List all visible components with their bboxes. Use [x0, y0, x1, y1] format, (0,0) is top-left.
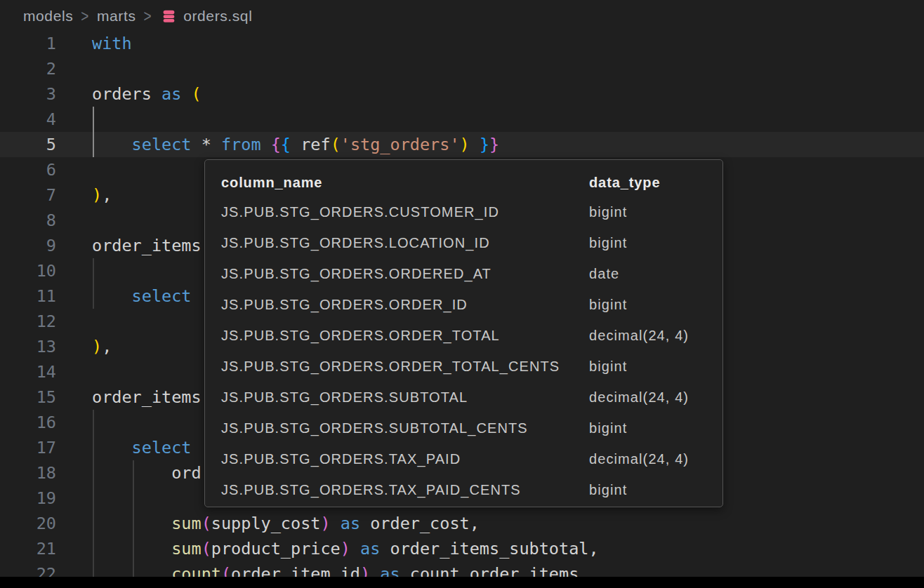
- line-number[interactable]: 12: [0, 309, 56, 334]
- column-name-cell: JS.PUB.STG_ORDERS.ORDER_ID: [221, 297, 589, 313]
- code-text[interactable]: order_items: [92, 385, 202, 410]
- code-token: [211, 135, 221, 154]
- line-number[interactable]: 9: [0, 233, 56, 258]
- data-type-cell: bigint: [589, 204, 722, 220]
- code-token: [92, 514, 171, 533]
- code-token: orders: [92, 84, 152, 104]
- line-number[interactable]: 1: [0, 31, 56, 56]
- code-line[interactable]: 2: [0, 56, 924, 81]
- breadcrumb-item-models[interactable]: models: [23, 8, 73, 25]
- code-token: [92, 286, 132, 306]
- code-text[interactable]: select * from {{ ref('stg_orders') }}: [92, 132, 499, 157]
- data-type-cell: date: [589, 266, 722, 282]
- code-token: (: [331, 135, 341, 154]
- code-token: ): [92, 185, 102, 205]
- line-number[interactable]: 17: [0, 435, 56, 460]
- line-number[interactable]: 21: [0, 536, 56, 561]
- code-text[interactable]: ord: [92, 460, 202, 486]
- code-token: ): [92, 337, 102, 356]
- line-number[interactable]: 8: [0, 208, 56, 233]
- column-name-cell: JS.PUB.STG_ORDERS.SUBTOTAL_CENTS: [221, 420, 589, 436]
- code-line[interactable]: 3orders as (: [0, 81, 924, 107]
- code-line[interactable]: 21 sum(product_price) as order_items_sub…: [0, 536, 924, 561]
- table-row: JS.PUB.STG_ORDERS.ORDER_TOTAL_CENTSbigin…: [221, 351, 722, 382]
- indent-guide: [93, 486, 94, 511]
- code-token: [470, 135, 480, 154]
- code-text[interactable]: ),: [92, 334, 112, 359]
- code-text[interactable]: select: [92, 283, 191, 309]
- code-token: ): [320, 514, 330, 533]
- line-number[interactable]: 10: [0, 258, 56, 283]
- line-number[interactable]: 14: [0, 359, 56, 385]
- database-icon: [161, 8, 176, 24]
- code-token: sum: [171, 539, 201, 559]
- code-text[interactable]: with: [92, 31, 132, 56]
- column-name-cell: JS.PUB.STG_ORDERS.TAX_PAID_CENTS: [221, 482, 589, 498]
- code-token: [92, 135, 132, 154]
- tooltip-header-row: column_name data_type: [221, 168, 722, 196]
- line-number[interactable]: 7: [0, 182, 56, 208]
- breadcrumb: models>marts>orders.sql: [0, 0, 924, 32]
- line-number[interactable]: 15: [0, 385, 56, 410]
- data-type-cell: decimal(24, 4): [589, 389, 722, 406]
- code-token: from: [221, 135, 261, 154]
- line-number[interactable]: 2: [0, 56, 56, 81]
- code-text[interactable]: sum(product_price) as order_items_subtot…: [92, 536, 599, 561]
- code-token: ): [341, 539, 350, 559]
- code-token: }: [489, 135, 499, 154]
- code-line[interactable]: 1with: [0, 31, 924, 56]
- data-type-cell: bigint: [589, 359, 722, 375]
- line-number[interactable]: 13: [0, 334, 56, 359]
- line-number[interactable]: 16: [0, 410, 56, 435]
- code-token: ord: [171, 463, 201, 483]
- code-token: order_items: [92, 236, 202, 255]
- code-text[interactable]: sum(supply_cost) as order_cost,: [92, 511, 480, 536]
- line-number[interactable]: 18: [0, 460, 56, 486]
- column-info-tooltip: column_name data_type JS.PUB.STG_ORDERS.…: [204, 159, 723, 507]
- code-text[interactable]: select: [92, 435, 191, 460]
- breadcrumb-item-marts[interactable]: marts: [97, 8, 136, 25]
- code-token: {: [271, 135, 281, 154]
- table-row: JS.PUB.STG_ORDERS.SUBTOTAL_CENTSbigint: [221, 413, 722, 443]
- editor-window: models>marts>orders.sql 1with23orders as…: [0, 0, 924, 588]
- column-name-cell: JS.PUB.STG_ORDERS.ORDERED_AT: [221, 266, 589, 282]
- line-number[interactable]: 6: [0, 157, 56, 182]
- code-token: select: [132, 135, 192, 154]
- data-type-cell: bigint: [589, 235, 722, 251]
- code-line[interactable]: 20 sum(supply_cost) as order_cost,: [0, 511, 924, 536]
- table-row: JS.PUB.STG_ORDERS.ORDERED_ATdate: [221, 258, 722, 289]
- code-token: (: [202, 539, 211, 559]
- line-number[interactable]: 19: [0, 486, 56, 511]
- code-text[interactable]: ),: [92, 182, 112, 208]
- table-row: JS.PUB.STG_ORDERS.LOCATION_IDbigint: [221, 227, 722, 258]
- indent-guide: [133, 486, 134, 511]
- code-token: ref: [301, 135, 330, 154]
- code-text[interactable]: orders as (: [92, 81, 202, 107]
- code-token: [380, 539, 390, 559]
- line-number[interactable]: 4: [0, 107, 56, 132]
- line-number[interactable]: 11: [0, 283, 56, 309]
- code-token: [261, 135, 271, 154]
- code-token: order_items_subtotal,: [390, 539, 599, 559]
- code-token: [152, 84, 161, 104]
- code-token: }: [480, 135, 489, 154]
- code-token: [92, 438, 132, 457]
- line-number[interactable]: 3: [0, 81, 56, 107]
- tooltip-body: JS.PUB.STG_ORDERS.CUSTOMER_IDbigintJS.PU…: [221, 196, 722, 505]
- data-type-cell: decimal(24, 4): [589, 328, 722, 344]
- code-line[interactable]: 5 select * from {{ ref('stg_orders') }}: [0, 132, 924, 157]
- data-type-cell: bigint: [589, 482, 722, 498]
- code-token: {: [281, 135, 291, 154]
- table-row: JS.PUB.STG_ORDERS.ORDER_TOTALdecimal(24,…: [221, 320, 722, 351]
- code-token: [331, 514, 341, 533]
- column-name-cell: JS.PUB.STG_ORDERS.ORDER_TOTAL: [221, 328, 589, 344]
- code-text[interactable]: order_items: [92, 233, 202, 258]
- line-number[interactable]: 5: [0, 132, 56, 157]
- breadcrumb-item-orders-sql[interactable]: orders.sql: [183, 8, 252, 25]
- line-number[interactable]: 20: [0, 511, 56, 536]
- code-line[interactable]: 4: [0, 107, 924, 132]
- table-row: JS.PUB.STG_ORDERS.SUBTOTALdecimal(24, 4): [221, 382, 722, 413]
- table-row: JS.PUB.STG_ORDERS.ORDER_IDbigint: [221, 289, 722, 320]
- code-token: as: [341, 514, 360, 533]
- code-token: select: [132, 438, 192, 457]
